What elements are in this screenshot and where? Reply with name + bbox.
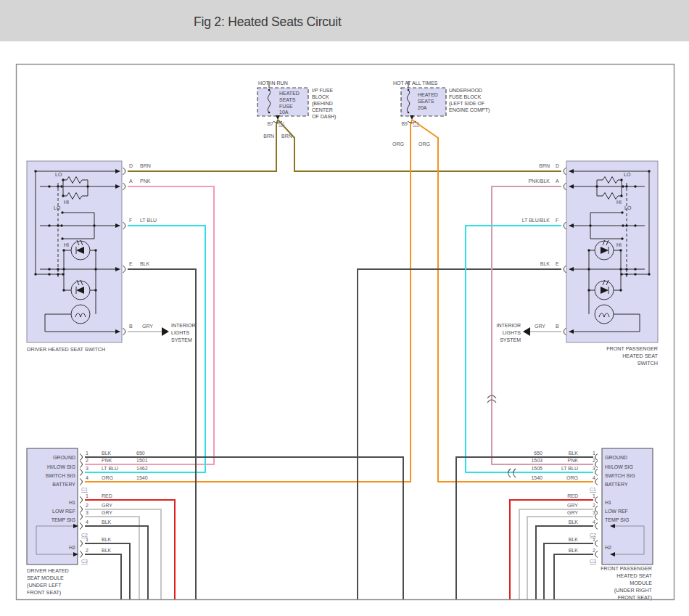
fuse-hot-label: HOT AT ALL TIMES [393,81,438,86]
module-label: FRONT SEAT) [27,589,61,596]
wire-color-label: BRN [263,134,274,139]
wire-color-label: LT BLU [140,218,157,223]
fuse-block-location: I/P FUSE [312,88,333,93]
fuse-block-location: (BEHIND [312,101,333,107]
wire-color-label: ORG [102,475,113,480]
signal-label: TEMP SIG [605,517,629,522]
wire-color-label: RED [102,493,112,498]
pin-number: 3 [86,510,88,515]
module-label: SEAT MODULE [27,575,64,581]
circuit-number: 1540 [531,475,542,480]
interior-lights-label: SYSTEM [171,337,192,342]
wire-color-label: BLK [102,548,112,553]
pin-number: 2 [86,503,88,508]
resistor-hi-label: HI [64,200,69,205]
module-label: (UNDER LEFT [27,582,62,588]
signal-label: H1 [69,500,75,505]
module-label: (UNDER RIGHT [614,587,653,594]
signal-label: HI/LOW SIG [605,464,633,469]
contact-hi-label: HI [64,242,69,247]
wire-color-label: GRY [567,503,578,508]
fuse-name: 10A [279,110,289,115]
circuit-number: 1540 [136,475,148,480]
contact-hi-label: HI [616,242,622,247]
wire-color-label: BLK [102,520,112,525]
signal-label: TEMP SIG [51,517,75,522]
fuse-block-location: OF DASH) [312,114,336,120]
connector-label: C3 [590,559,596,564]
fuse-block-location: CENTER [312,107,333,112]
pin-number: 3 [86,466,88,471]
switch-box [27,161,122,342]
signal-label: BATTERY [605,482,628,487]
pin-letter: F [556,218,558,223]
wire-color-label: GRY [102,510,112,515]
switch-label: DRIVER HEATED SEAT SWITCH [27,346,105,353]
fuse-name: SEATS [418,99,434,104]
pin-number: 2 [593,458,595,463]
wire-color-label: BRN [140,163,151,168]
pin-number: 2 [86,458,88,463]
pin-number: 1 [86,537,88,542]
pin-number: 3 [593,466,595,471]
signal-label: GROUND [605,455,627,460]
wire-color-label: BLK [102,451,112,456]
pin-number: 4 [593,475,595,480]
wiring-diagram-page: Fig 2: Heated Seats Circuit [0,0,689,616]
pin-number: 1 [593,493,595,498]
signal-label: BATTERY [52,482,75,487]
wire-color-label: BLK [540,261,550,266]
connector-label: C1 [590,487,596,492]
circuit-number: 1501 [136,458,148,463]
wire-color-label: PNK/BLK [528,178,550,184]
signal-label: H1 [605,500,611,505]
wire-color-label: LT BLU/BLK [522,218,550,223]
pin-number: 2 [593,503,595,508]
wire-color-label: BRN [539,163,550,168]
fuse-name: 20A [418,105,427,110]
pin-letter: A [129,178,133,184]
fuse-block-location: (LEFT SIDE OF [449,101,484,107]
pin-letter: D [556,163,559,168]
switch-label: SWITCH [638,360,658,366]
fuse-connector: C3 [413,121,419,126]
signal-label: SWITCH SIG [45,473,75,478]
pin-letter: B [556,324,559,329]
fuse-connector: C1 [279,121,285,126]
wire-color-label: GRY [142,324,153,329]
wire-color-label: LT BLU [102,466,118,471]
wire-color-label: BLK [102,537,112,542]
figure-title: Fig 2: Heated Seats Circuit [194,15,342,29]
wire-color-label: PNK [568,458,579,463]
fuse-name: SEATS [279,97,296,102]
pin-number: 2 [86,548,88,553]
pin-number: 4 [86,475,88,480]
signal-label: H2 [605,545,611,550]
wire-color-label: PNK [102,458,112,463]
pin-letter: E [556,261,559,266]
switch-label: HEATED SEAT [622,353,658,359]
pin-letter: F [129,218,132,223]
fuse-hot-label: HOT IN RUN [258,81,288,86]
wire-color-label: RED [567,493,578,498]
wire-color-label: LT BLU [561,466,578,471]
fuse-block-location: ENGINE COMPT) [449,107,490,113]
fuse-pin: B7 [267,121,273,126]
fuse-name: HEATED [418,92,438,97]
wire-color-label: BLK [569,537,579,542]
wire-color-label: BLK [569,520,579,525]
connector-label: C3 [81,559,88,564]
interior-lights-label: LIGHTS [171,330,190,335]
wire-color-label: BLK [569,548,579,553]
circuit-number: 650 [136,451,145,456]
pin-number: 3 [593,510,595,515]
wire-color-label: BLK [140,261,150,266]
resistor-hi-label: HI [616,200,622,205]
signal-label: SWITCH SIG [605,473,635,478]
wire-color-label: PNK [140,178,151,184]
wire-color-label: ORG [566,475,578,480]
fuse-name: FUSE [279,104,293,109]
pin-letter: E [129,261,133,266]
interior-lights-label: SYSTEM [500,337,521,342]
fuse-pin: B9 [401,121,408,126]
